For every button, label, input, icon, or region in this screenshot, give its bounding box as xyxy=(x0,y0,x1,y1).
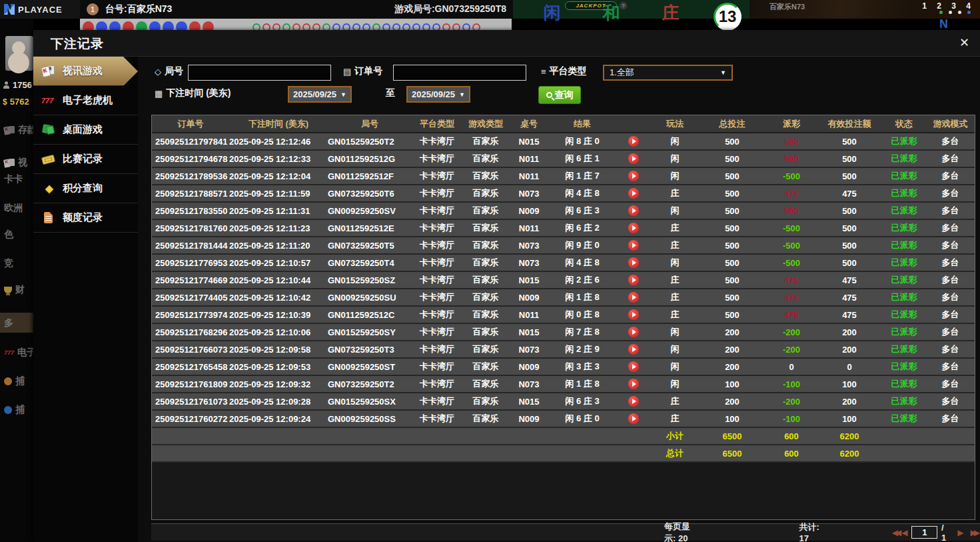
bet-option-2[interactable]: 庄 xyxy=(662,4,680,21)
table-row: 2509251217769532025-09-25 12:10:57GN0732… xyxy=(152,255,975,272)
close-icon[interactable]: ✕ xyxy=(959,35,969,50)
cell-platform: 卡卡湾厅 xyxy=(412,361,462,373)
lobby-nav-item-3[interactable]: 欧洲 xyxy=(4,202,23,214)
lobby-nav-item-6[interactable]: 财 xyxy=(4,284,25,296)
cell-result: 闲 4 庄 8 xyxy=(549,257,616,269)
chevron-down-icon: ▼ xyxy=(720,69,726,76)
sidebar-item-3[interactable]: 比赛记录 xyxy=(33,145,138,174)
cell-game-mode: 多台 xyxy=(926,378,975,390)
cell-game-type: 百家乐 xyxy=(462,170,509,182)
table-row: 2509251217814442025-09-25 12:11:20GN0732… xyxy=(152,237,975,255)
date-to-picker[interactable]: 2025/09/25 ▼ xyxy=(406,86,470,103)
lobby-nav-item-2[interactable]: 卡卡 xyxy=(4,173,23,185)
replay-play-icon[interactable] xyxy=(628,413,639,424)
online-count: 1756 xyxy=(3,80,32,90)
cell-table-number: N073 xyxy=(509,241,549,251)
cell-time: 2025-09-25 12:10:57 xyxy=(229,258,328,268)
cell-round: GN015259250SX xyxy=(328,397,412,407)
cell-total-bet: 500 xyxy=(698,137,766,147)
bet-records-table: 订单号下注时间 (美东)局号平台类型游戏类型桌号结果玩法总投注派彩有效投注额状态… xyxy=(151,115,975,520)
lobby-nav-item-0[interactable]: 存款 xyxy=(4,124,33,136)
replay-play-icon[interactable] xyxy=(628,136,639,147)
replay-play-icon[interactable] xyxy=(628,205,639,216)
balance-amount: $ 5762 xyxy=(3,97,29,107)
cell-order: 250925121773974 xyxy=(152,310,229,320)
table-games-icon xyxy=(41,123,57,137)
cell-bet-side: 庄 xyxy=(652,413,698,425)
lobby-nav-item-9[interactable]: 捕 xyxy=(4,375,25,387)
replay-play-icon[interactable] xyxy=(628,188,639,199)
cell-game-mode: 多台 xyxy=(926,170,975,182)
replay-play-icon[interactable] xyxy=(628,240,639,251)
cell-status: 已派彩 xyxy=(882,395,926,407)
cell-status: 已派彩 xyxy=(882,326,926,338)
cell-time: 2025-09-25 12:10:42 xyxy=(229,293,328,303)
date-from-picker[interactable]: 2025/09/25 ▼ xyxy=(288,86,352,103)
table-header-row: 订单号下注时间 (美东)局号平台类型游戏类型桌号结果玩法总投注派彩有效投注额状态… xyxy=(152,115,975,133)
tag-icon: ◇ xyxy=(155,67,161,77)
page-number-input[interactable]: 1 xyxy=(911,526,937,539)
replay-play-icon[interactable] xyxy=(628,292,639,303)
column-header: 游戏模式 xyxy=(926,118,975,130)
cell-result: 闲 0 庄 8 xyxy=(549,309,616,321)
cell-valid-bet: 475 xyxy=(817,293,882,303)
first-page-icon[interactable]: ◀◀ xyxy=(892,528,899,537)
cell-table-number: N015 xyxy=(509,275,549,285)
sidebar-item-2[interactable]: 桌面游戏 xyxy=(33,115,138,145)
cell-status: 已派彩 xyxy=(882,291,926,303)
cell-game-type: 百家乐 xyxy=(462,413,509,425)
lobby-nav-item-5[interactable]: 竞 xyxy=(4,257,13,269)
cell-result: 闲 4 庄 8 xyxy=(549,187,616,199)
replay-play-icon[interactable] xyxy=(628,396,639,407)
cell-payout: 500 xyxy=(766,154,817,164)
replay-play-icon[interactable] xyxy=(628,171,639,181)
replay-play-icon[interactable] xyxy=(628,344,639,355)
lobby-nav-item-10[interactable]: 捕 xyxy=(4,404,25,416)
cell-status: 已派彩 xyxy=(882,222,926,234)
bet-option-0[interactable]: 闲 xyxy=(544,4,561,21)
lobby-nav-item-1[interactable]: 视 xyxy=(4,157,27,169)
chevron-down-icon: ▼ xyxy=(340,91,346,98)
replay-play-icon[interactable] xyxy=(628,361,639,372)
replay-play-icon[interactable] xyxy=(628,257,639,268)
next-page-icon[interactable]: ▶ xyxy=(957,528,963,537)
bet-option-1[interactable]: 和 xyxy=(603,4,620,21)
lobby-nav-item-7[interactable]: 多 xyxy=(4,317,13,329)
page-total-label: / 1 xyxy=(941,523,948,542)
cell-time: 2025-09-25 12:09:32 xyxy=(229,379,328,389)
ticket-icon xyxy=(41,153,57,166)
cell-bet-side: 闲 xyxy=(652,205,698,217)
sidebar-item-4[interactable]: ◆积分查询 xyxy=(33,174,138,203)
table-row: 2509251217746692025-09-25 12:10:44GN0152… xyxy=(152,272,975,289)
replay-play-icon[interactable] xyxy=(628,153,639,164)
sidebar-item-5[interactable]: 额度记录 xyxy=(33,203,138,233)
replay-play-icon[interactable] xyxy=(628,275,639,285)
cell-game-type: 百家乐 xyxy=(462,326,509,338)
lobby-nav-item-4[interactable]: 色 xyxy=(4,229,13,241)
cell-round: GN009259250SS xyxy=(328,414,412,424)
sidebar-item-0[interactable]: 9K视讯游戏 xyxy=(33,57,138,86)
cell-order: 250925121765458 xyxy=(152,362,229,372)
cell-bet-side: 闲 xyxy=(652,326,698,338)
sidebar-item-1[interactable]: 777电子老虎机 xyxy=(33,86,138,115)
cell-replay xyxy=(616,240,652,251)
replay-play-icon[interactable] xyxy=(628,379,639,389)
document-icon xyxy=(41,211,57,225)
replay-play-icon[interactable] xyxy=(628,223,639,233)
order-number-input[interactable] xyxy=(393,65,526,81)
lobby-nav-item-8[interactable]: 777电子 xyxy=(4,347,33,359)
prev-page-icon[interactable]: ◀ xyxy=(901,528,907,537)
query-button[interactable]: 查询 xyxy=(538,86,581,104)
list-icon: ≡ xyxy=(541,67,546,77)
replay-play-icon[interactable] xyxy=(628,309,639,320)
table-footer: 每页显示: 20 共计: 17 ◀◀ ◀ 1 / 1 ▶ ▶▶ xyxy=(151,523,980,541)
cell-bet-side: 庄 xyxy=(652,291,698,303)
cell-game-type: 百家乐 xyxy=(462,187,509,199)
replay-play-icon[interactable] xyxy=(628,327,639,337)
last-page-icon[interactable]: ▶▶ xyxy=(971,528,977,537)
round-number-input[interactable] xyxy=(188,65,331,81)
cell-table-number: N015 xyxy=(509,327,549,337)
cell-round: GN009259250SU xyxy=(328,293,412,303)
platform-type-select[interactable]: 1.全部 ▼ xyxy=(603,65,733,81)
table-row: 2509251217610732025-09-25 12:09:28GN0152… xyxy=(152,393,975,411)
